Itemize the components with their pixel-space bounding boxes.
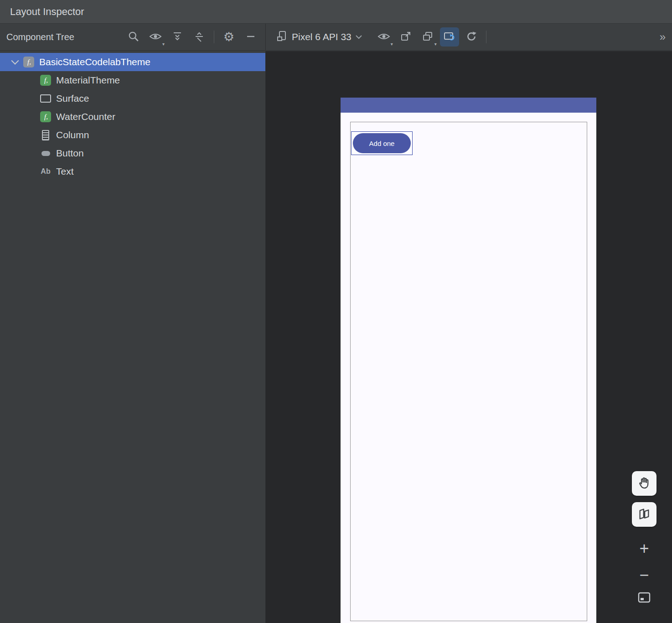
layers-button[interactable]: ▾ — [418, 27, 437, 47]
device-selector-label: Pixel 6 API 33 — [292, 31, 352, 42]
tree-item-surface[interactable]: Surface — [0, 89, 265, 108]
view-options-button[interactable]: ▾ — [146, 27, 165, 47]
button-selection-outline: Add one — [351, 131, 413, 155]
layers-icon — [422, 31, 433, 43]
mode-3d-icon — [638, 508, 651, 522]
tree-item-label: Button — [56, 148, 84, 159]
pan-hand-icon — [638, 477, 651, 491]
export-snapshot-icon — [400, 31, 411, 43]
toolbar-separator — [214, 31, 214, 43]
refresh-button[interactable] — [462, 27, 481, 47]
compose-green-icon — [40, 111, 51, 122]
component-tree-label: Component Tree — [6, 32, 74, 42]
refresh-icon — [465, 31, 477, 44]
titlebar: Layout Inspector — [0, 0, 672, 24]
chevron-down-icon: ▾ — [391, 42, 393, 47]
zoom-in-button[interactable]: + — [639, 540, 649, 557]
expand-chevron-icon[interactable] — [6, 59, 23, 65]
tree-item-label: Column — [56, 130, 89, 140]
tree-item-basicstatecodelabtheme[interactable]: BasicStateCodelabTheme — [0, 53, 265, 71]
device-icon — [277, 31, 288, 43]
settings-button[interactable]: ⚙ — [219, 27, 238, 47]
layout-inspector-window: Layout Inspector Component Tree ▾ — [0, 0, 672, 623]
expand-all-icon — [172, 31, 183, 43]
chevron-down-icon — [356, 33, 362, 41]
tree-item-label: Surface — [56, 93, 89, 104]
column-icon — [40, 130, 51, 140]
window-title: Layout Inspector — [10, 6, 84, 18]
text-icon: Ab — [40, 166, 51, 177]
button-icon — [40, 148, 51, 159]
live-updates-toggle[interactable] — [440, 27, 459, 47]
tree-item-text[interactable]: Ab Text — [0, 162, 265, 181]
compose-gray-icon — [23, 57, 34, 67]
tree-item-watercounter[interactable]: WaterCounter — [0, 108, 265, 126]
search-icon — [128, 31, 140, 44]
component-tree-header: Component Tree ▾ — [0, 24, 266, 50]
component-tree: BasicStateCodelabTheme MaterialTheme Sur… — [0, 51, 266, 623]
zoom-out-icon: − — [639, 566, 649, 584]
chevron-down-icon: ▾ — [162, 42, 165, 47]
visibility-button[interactable]: ▾ — [374, 27, 393, 47]
compose-green-icon — [40, 75, 51, 86]
device-screen[interactable]: Add one — [341, 98, 596, 623]
pan-button[interactable] — [632, 471, 656, 496]
tree-item-materialtheme[interactable]: MaterialTheme — [0, 71, 265, 89]
render-canvas[interactable]: Add one — [266, 51, 672, 623]
main-toolbar: Component Tree ▾ — [0, 24, 672, 51]
zoom-in-icon: + — [639, 539, 649, 558]
zoom-out-button[interactable]: − — [639, 567, 649, 583]
zoom-fit-icon — [637, 598, 651, 605]
hide-panel-minus-icon — [246, 31, 256, 43]
export-snapshot-button[interactable] — [396, 27, 415, 47]
view-options-eye-icon — [149, 32, 162, 42]
surface-icon — [40, 93, 51, 104]
compose-root-outline — [350, 122, 587, 621]
zoom-fit-button[interactable] — [637, 592, 651, 605]
tree-item-button[interactable]: Button — [0, 144, 265, 162]
tree-item-label: WaterCounter — [56, 111, 115, 122]
visibility-eye-icon — [377, 32, 390, 42]
add-one-button[interactable]: Add one — [353, 133, 411, 153]
device-toolbar-group: Pixel 6 API 33 ▾ ▾ — [266, 24, 490, 50]
tree-item-label: Text — [56, 166, 74, 177]
device-statusbar — [341, 98, 596, 113]
live-updates-toggle-icon — [444, 31, 455, 43]
tree-item-label: BasicStateCodelabTheme — [39, 57, 150, 67]
toolbar-separator — [486, 31, 486, 43]
main-area: BasicStateCodelabTheme MaterialTheme Sur… — [0, 51, 672, 623]
hide-panel-button[interactable] — [241, 27, 260, 47]
mode-3d-button[interactable] — [632, 502, 656, 527]
chevron-down-icon: ▾ — [434, 42, 437, 47]
canvas-controls: + − — [632, 471, 656, 605]
toolbar-overflow-button[interactable]: » — [660, 31, 666, 43]
collapse-all-button[interactable] — [190, 27, 209, 47]
device-selector[interactable]: Pixel 6 API 33 — [272, 28, 367, 46]
search-button[interactable] — [124, 27, 143, 47]
expand-all-button[interactable] — [168, 27, 187, 47]
tree-item-column[interactable]: Column — [0, 126, 265, 144]
settings-gear-icon: ⚙ — [223, 31, 234, 43]
tree-item-label: MaterialTheme — [56, 75, 120, 86]
collapse-all-icon — [194, 31, 205, 43]
